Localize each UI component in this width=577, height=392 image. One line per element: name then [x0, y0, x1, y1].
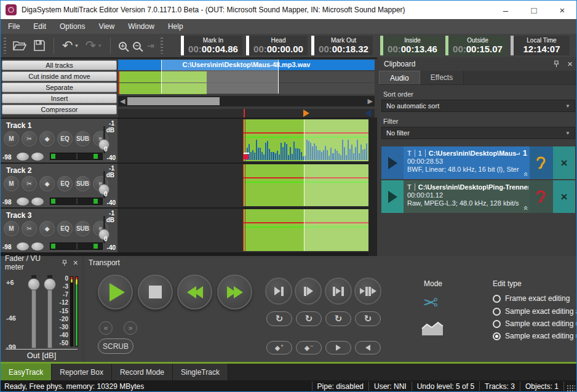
orange-marker-icon[interactable]	[303, 110, 309, 117]
loop-button[interactable]: ↻	[296, 311, 322, 326]
selection-edge-line[interactable]	[304, 164, 304, 206]
undo-icon[interactable]: ↶▼	[62, 37, 79, 54]
filter-select[interactable]: No filter ▼	[381, 127, 575, 139]
compressor-button[interactable]: Compressor	[2, 105, 117, 114]
clip-marker-square[interactable]	[244, 154, 249, 159]
minimize-button[interactable]: –	[491, 1, 520, 19]
diamond-button[interactable]: ◆	[39, 221, 55, 236]
cut-button[interactable]: ✂	[22, 176, 37, 191]
play-from-mark-button[interactable]	[295, 278, 322, 305]
clipboard-close-icon[interactable]: ×	[567, 60, 573, 68]
pan-knob[interactable]	[17, 153, 29, 161]
expand-icon[interactable]: «	[522, 206, 528, 210]
radio-sample-exact-2[interactable]: Sample exact editing us	[493, 319, 577, 328]
loop-button[interactable]: ↻	[266, 311, 292, 326]
play-button[interactable]	[98, 274, 133, 310]
eq-button[interactable]: EQ	[57, 221, 73, 236]
cut-button[interactable]: ✂	[22, 131, 37, 146]
eq-button[interactable]: EQ	[57, 176, 73, 191]
rewind-button[interactable]	[177, 274, 212, 310]
overview-track-row[interactable]	[118, 71, 375, 82]
all-tracks-button[interactable]: All tracks	[2, 60, 117, 70]
mute-button[interactable]: M	[4, 131, 19, 146]
sub-button[interactable]: SUB	[75, 176, 90, 191]
clipboard-item[interactable]: T 1 C:\Users\nin\Desktop\Maus-48 1 00:00…	[381, 146, 575, 179]
prelisten-button[interactable]	[530, 146, 553, 179]
pan-knob[interactable]	[31, 242, 44, 250]
open-file-icon[interactable]	[12, 37, 27, 54]
scroll-right-icon[interactable]: ▶	[368, 97, 373, 105]
audio-clip[interactable]	[243, 209, 368, 251]
menu-options[interactable]: Options	[60, 22, 85, 31]
pan-knob[interactable]	[17, 198, 29, 206]
navy-marker-icon[interactable]	[365, 110, 371, 117]
skip-forward-button[interactable]: »	[124, 321, 137, 335]
zoom-in-icon[interactable]: +	[119, 37, 127, 54]
playhead-tick[interactable]	[244, 109, 245, 118]
mute-button[interactable]: M	[4, 176, 19, 191]
scrub-button[interactable]: SCRUB	[98, 338, 133, 354]
resize-grip[interactable]	[567, 385, 575, 392]
prelisten-button[interactable]	[530, 180, 553, 213]
eq-button[interactable]: EQ	[57, 131, 73, 146]
selection-edge-line[interactable]	[304, 119, 304, 161]
radio-sample-exact-3[interactable]: Sample exact editing us	[493, 332, 577, 340]
timeline-ruler[interactable]	[118, 109, 375, 118]
sub-button[interactable]: SUB	[75, 221, 90, 236]
loop-button[interactable]: ↻	[355, 311, 381, 326]
separate-button[interactable]: Separate	[2, 82, 117, 92]
tab-singletrack[interactable]: SingleTrack	[173, 364, 228, 380]
close-button[interactable]: ×	[548, 1, 576, 19]
overview-track-row[interactable]	[118, 83, 375, 94]
output-fader-knob-left[interactable]	[28, 278, 40, 290]
play-around-mark-button[interactable]	[354, 278, 381, 305]
scrollbar-thumb[interactable]	[127, 97, 220, 105]
radio-frame-exact[interactable]: Frame exact editing	[493, 294, 570, 303]
prev-marker-button[interactable]	[355, 341, 381, 354]
fader-panel-close-icon[interactable]: ×	[73, 260, 78, 266]
remove-item-button[interactable]: ×	[553, 146, 575, 179]
menu-edit[interactable]: Edit	[33, 22, 46, 31]
track-2-lane[interactable]	[117, 164, 368, 207]
redo-icon[interactable]: ↷▼	[86, 37, 103, 54]
play-item-button[interactable]	[381, 180, 404, 213]
tab-easytrack[interactable]: EasyTrack	[1, 364, 52, 380]
clipboard-item[interactable]: T C:\Users\nin\Desktop\Ping-Trenner.M 00…	[381, 180, 575, 213]
menu-help[interactable]: Help	[168, 22, 183, 31]
mute-button[interactable]: M	[4, 221, 19, 236]
sort-order-select[interactable]: No automatic sort ▼	[381, 100, 575, 112]
audio-clip[interactable]	[243, 164, 368, 206]
fast-forward-button[interactable]	[217, 274, 252, 310]
diamond-button[interactable]: ◆	[39, 176, 55, 191]
radio-sample-exact-at[interactable]: Sample exact editing at	[493, 307, 577, 316]
play-between-marks-button[interactable]	[325, 278, 352, 305]
sub-button[interactable]: SUB	[75, 131, 90, 146]
next-marker-button[interactable]	[325, 341, 351, 354]
tab-effects[interactable]: Effects	[420, 71, 464, 84]
tab-reporter-box[interactable]: Reporter Box	[52, 364, 112, 380]
track-3-lane[interactable]	[117, 209, 368, 252]
audio-clip[interactable]	[243, 119, 368, 161]
expand-icon[interactable]: «	[522, 172, 528, 176]
play-to-mark-button[interactable]	[265, 278, 292, 305]
track-scroll-strip[interactable]	[368, 118, 377, 256]
pan-knob[interactable]	[31, 153, 44, 161]
cut-inside-and-move-button[interactable]: Cut inside and move	[2, 71, 117, 81]
scroll-left-icon[interactable]: ◀	[120, 97, 125, 105]
save-icon[interactable]	[33, 37, 46, 54]
menu-window[interactable]: Window	[128, 22, 154, 31]
overview-file-path[interactable]: C:\Users\nin\Desktop\Maus-48.mp3.wav	[118, 60, 375, 70]
menu-view[interactable]: View	[98, 22, 114, 31]
envelope-mode-icon[interactable]	[421, 320, 444, 336]
add-marker-button[interactable]: ◆+	[266, 341, 292, 354]
tab-audio[interactable]: Audio	[379, 71, 420, 84]
overview-scrollbar[interactable]: ◀ ▶	[118, 96, 375, 106]
stop-button[interactable]	[138, 274, 173, 310]
toolbar-grip[interactable]	[161, 38, 163, 54]
skip-back-button[interactable]: «	[99, 321, 113, 335]
remove-item-button[interactable]: ×	[553, 180, 575, 213]
pan-knob[interactable]	[17, 242, 29, 250]
pan-knob[interactable]	[31, 198, 44, 206]
loop-button[interactable]: ↻	[325, 311, 351, 326]
remove-marker-button[interactable]: ◆−	[296, 341, 322, 354]
